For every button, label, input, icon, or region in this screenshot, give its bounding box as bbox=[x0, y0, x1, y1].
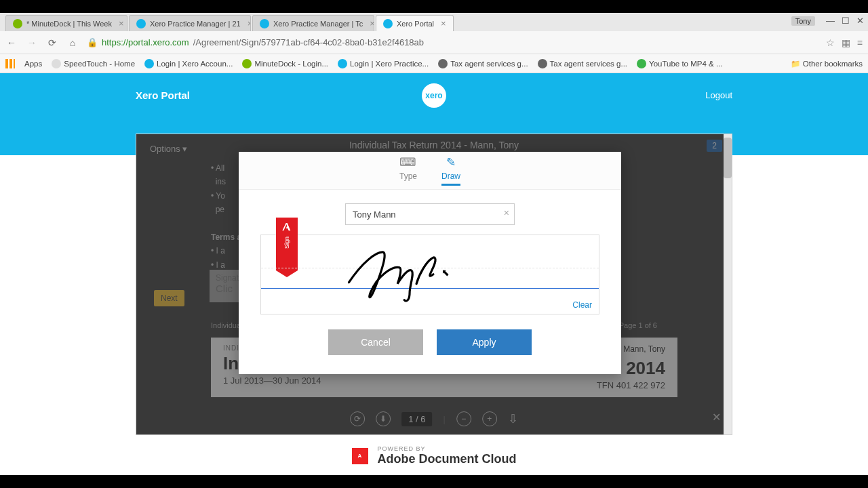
signer-name-input[interactable] bbox=[345, 203, 515, 225]
bookmark-item[interactable]: Login | Xero Accoun... bbox=[144, 59, 233, 68]
bookmark-item[interactable]: Login | Xero Practice... bbox=[338, 59, 429, 68]
bookmarks-bar: Apps SpeedTouch - Home Login | Xero Acco… bbox=[0, 54, 868, 73]
tab-favicon bbox=[260, 19, 269, 28]
bookmark-favicon bbox=[637, 59, 646, 68]
url-path: /Agreement/Sign/579771ab-cf64-4c02-8ba0-… bbox=[193, 37, 424, 47]
close-icon[interactable]: × bbox=[119, 18, 124, 28]
apply-button[interactable]: Apply bbox=[437, 329, 532, 355]
pen-icon: ✎ bbox=[446, 155, 456, 169]
browser-tabstrip: * MinuteDock | This Week × Xero Practice… bbox=[0, 13, 868, 31]
home-icon[interactable]: ⌂ bbox=[66, 37, 79, 48]
app-header: Xero Portal xero Logout bbox=[0, 73, 868, 117]
browser-navbar: ← → ⟳ ⌂ 🔒 https://portal.xero.com/Agreem… bbox=[0, 31, 868, 54]
signature-modal: ⌨ Type ✎ Draw × Sign Clear Ca bbox=[239, 152, 621, 374]
menu-icon[interactable]: ≡ bbox=[857, 37, 863, 48]
powered-by-label: POWERED BY bbox=[378, 445, 517, 452]
user-chip[interactable]: Tony bbox=[791, 16, 815, 26]
bookmark-item[interactable]: YouTube to MP4 & ... bbox=[637, 59, 722, 68]
bookmark-favicon bbox=[52, 59, 61, 68]
bookmark-item[interactable]: MinuteDock - Login... bbox=[242, 59, 328, 68]
window-maximize-icon[interactable]: ☐ bbox=[842, 16, 850, 26]
tab-favicon bbox=[136, 19, 146, 28]
window-minimize-icon[interactable]: — bbox=[826, 16, 835, 26]
back-icon[interactable]: ← bbox=[5, 37, 18, 48]
signer-name-field: × bbox=[345, 203, 515, 225]
bookmark-favicon bbox=[144, 59, 154, 68]
logout-link[interactable]: Logout bbox=[705, 90, 732, 100]
browser-tab[interactable]: * MinuteDock | This Week × bbox=[5, 15, 127, 31]
bookmark-item[interactable]: Tax agent services g... bbox=[438, 59, 528, 68]
signature-canvas[interactable] bbox=[261, 235, 599, 315]
url-host: https://portal.xero.com bbox=[102, 37, 189, 47]
lock-icon: 🔒 bbox=[87, 37, 98, 47]
bookmark-favicon bbox=[338, 59, 347, 68]
close-icon[interactable]: × bbox=[248, 18, 251, 28]
scrollbar[interactable] bbox=[724, 134, 732, 434]
tab-title: Xero Practice Manager | 21 bbox=[150, 20, 241, 28]
address-bar[interactable]: 🔒 https://portal.xero.com/Agreement/Sign… bbox=[87, 37, 818, 47]
bookmark-favicon bbox=[538, 59, 547, 68]
window-close-icon[interactable]: ✕ bbox=[856, 16, 864, 26]
bookmark-favicon bbox=[438, 59, 448, 68]
tab-title: Xero Portal bbox=[397, 20, 434, 28]
xero-logo-icon[interactable]: xero bbox=[422, 83, 446, 108]
extensions-icon[interactable]: ▦ bbox=[842, 37, 850, 48]
cancel-button[interactable]: Cancel bbox=[328, 329, 423, 355]
apps-icon[interactable] bbox=[5, 59, 15, 68]
adobe-brand: Adobe Document Cloud bbox=[378, 452, 517, 466]
keyboard-icon: ⌨ bbox=[399, 155, 416, 169]
adobe-footer: A POWERED BY Adobe Document Cloud bbox=[0, 445, 868, 466]
tab-favicon bbox=[13, 19, 22, 28]
apps-label[interactable]: Apps bbox=[24, 60, 42, 68]
forward-icon: → bbox=[26, 37, 38, 48]
star-icon[interactable]: ☆ bbox=[826, 37, 835, 48]
reload-icon[interactable]: ⟳ bbox=[46, 37, 58, 48]
folder-icon: 📁 bbox=[791, 59, 800, 68]
tab-draw[interactable]: ✎ Draw bbox=[441, 155, 460, 186]
tab-favicon bbox=[383, 19, 393, 28]
browser-tab[interactable]: Xero Practice Manager | 21 × bbox=[129, 15, 251, 31]
adobe-logo-icon: A bbox=[352, 448, 368, 464]
browser-tab[interactable]: Xero Practice Manager | Tc × bbox=[252, 15, 374, 31]
signature-tabs: ⌨ Type ✎ Draw bbox=[239, 152, 621, 190]
scrollbar-thumb[interactable] bbox=[724, 138, 732, 178]
other-bookmarks[interactable]: 📁Other bookmarks bbox=[791, 59, 863, 68]
signature-canvas-panel: Sign Clear bbox=[260, 235, 599, 314]
bookmark-favicon bbox=[242, 59, 252, 68]
browser-tab-active[interactable]: Xero Portal × bbox=[376, 15, 454, 31]
close-icon[interactable]: × bbox=[441, 18, 446, 28]
bookmark-item[interactable]: SpeedTouch - Home bbox=[52, 59, 135, 68]
close-icon[interactable]: × bbox=[370, 18, 374, 28]
adobe-icon bbox=[281, 222, 292, 232]
clear-signature-button[interactable]: Clear bbox=[572, 300, 592, 310]
tab-title: Xero Practice Manager | Tc bbox=[273, 20, 363, 28]
clear-input-icon[interactable]: × bbox=[504, 207, 509, 218]
app-title: Xero Portal bbox=[136, 89, 190, 101]
tab-title: * MinuteDock | This Week bbox=[26, 20, 112, 28]
bookmark-item[interactable]: Tax agent services g... bbox=[538, 59, 627, 68]
tab-type[interactable]: ⌨ Type bbox=[399, 155, 417, 186]
